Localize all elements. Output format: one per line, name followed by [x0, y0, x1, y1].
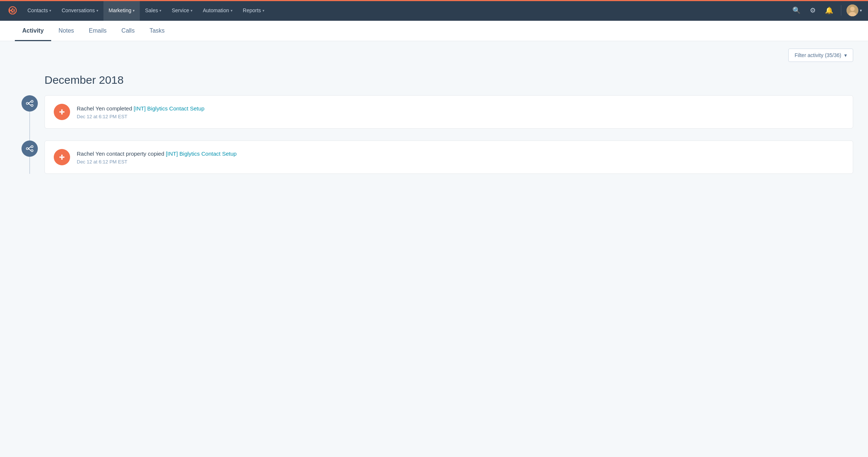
nav-divider [841, 5, 841, 16]
timeline-month: December 2018 [44, 74, 853, 86]
nav-right: 🔍 ⚙ 🔔 ▾ [790, 4, 862, 17]
filter-activity-button[interactable]: Filter activity (35/36) ▾ [788, 49, 853, 62]
svg-line-11 [28, 102, 31, 104]
chevron-down-icon: ▾ [860, 8, 862, 13]
search-icon: 🔍 [792, 6, 801, 14]
svg-point-3 [10, 10, 12, 11]
gear-icon: ⚙ [810, 6, 816, 14]
svg-point-8 [26, 102, 29, 105]
tab-emails[interactable]: Emails [82, 21, 114, 41]
tab-activity[interactable]: Activity [15, 21, 51, 41]
timeline-row: Rachel Yen contact property copied [INT]… [15, 140, 853, 174]
svg-point-33 [61, 156, 63, 158]
filter-bar: Filter activity (35/36) ▾ [15, 41, 853, 68]
svg-point-2 [12, 11, 13, 13]
svg-line-12 [28, 103, 31, 106]
workflow-icon [22, 140, 38, 157]
chevron-down-icon: ▾ [96, 9, 98, 13]
tab-tasks[interactable]: Tasks [142, 21, 172, 41]
chevron-down-icon: ▾ [191, 9, 192, 13]
chevron-down-icon: ▾ [159, 9, 161, 13]
tab-notes[interactable]: Notes [51, 21, 82, 41]
tab-bar: Activity Notes Emails Calls Tasks [0, 21, 868, 41]
card-text-prefix: Rachel Yen contact property copied [77, 150, 166, 157]
chevron-down-icon: ▾ [49, 9, 51, 13]
search-button[interactable]: 🔍 [790, 4, 803, 17]
nav-marketing[interactable]: Marketing ▾ [103, 0, 140, 21]
tab-calls[interactable]: Calls [114, 21, 142, 41]
svg-line-26 [28, 147, 31, 149]
hubspot-card-logo [54, 149, 70, 165]
notifications-button[interactable]: 🔔 [822, 4, 836, 17]
chevron-down-icon: ▾ [133, 9, 135, 13]
nav-automation[interactable]: Automation ▾ [198, 0, 238, 21]
nav-conversations[interactable]: Conversations ▾ [56, 0, 103, 21]
card-meta: Dec 12 at 6:12 PM EST [77, 114, 844, 119]
top-navigation: Contacts ▾ Conversations ▾ Marketing ▾ S… [0, 0, 868, 21]
nav-sales[interactable]: Sales ▾ [140, 0, 166, 21]
card-meta: Dec 12 at 6:12 PM EST [77, 159, 844, 165]
nav-items: Contacts ▾ Conversations ▾ Marketing ▾ S… [22, 0, 790, 21]
main-content: Filter activity (35/36) ▾ December 2018 [0, 41, 868, 456]
timeline-icon-column [15, 95, 44, 112]
card-text-prefix: Rachel Yen completed [77, 105, 133, 112]
activity-card: Rachel Yen completed [INT] Biglytics Con… [44, 95, 853, 129]
filter-label: Filter activity (35/36) [795, 52, 841, 58]
svg-point-25 [31, 150, 33, 152]
activity-card: Rachel Yen contact property copied [INT]… [44, 140, 853, 174]
timeline-wrapper: Rachel Yen completed [INT] Biglytics Con… [15, 95, 853, 174]
svg-point-23 [26, 148, 29, 150]
workflow-link[interactable]: [INT] Biglytics Contact Setup [133, 105, 204, 112]
svg-point-1 [12, 8, 13, 10]
card-text: Rachel Yen contact property copied [INT]… [77, 150, 844, 165]
nav-service[interactable]: Service ▾ [166, 0, 198, 21]
bell-icon: 🔔 [825, 6, 833, 14]
svg-point-9 [31, 100, 33, 103]
chevron-down-icon: ▾ [844, 52, 847, 58]
hubspot-logo[interactable] [6, 4, 19, 17]
chevron-down-icon: ▾ [263, 9, 264, 13]
timeline-section: December 2018 [15, 74, 853, 174]
chevron-down-icon: ▾ [231, 9, 232, 13]
svg-point-10 [31, 105, 33, 107]
timeline-icon-column [15, 140, 44, 157]
svg-point-4 [13, 10, 15, 11]
workflow-icon [22, 95, 38, 112]
svg-point-24 [31, 146, 33, 148]
user-menu[interactable]: ▾ [846, 4, 862, 16]
card-text: Rachel Yen completed [INT] Biglytics Con… [77, 105, 844, 119]
svg-point-6 [850, 7, 855, 11]
settings-button[interactable]: ⚙ [806, 4, 819, 17]
svg-line-27 [28, 149, 31, 151]
card-title: Rachel Yen completed [INT] Biglytics Con… [77, 105, 844, 112]
workflow-link[interactable]: [INT] Biglytics Contact Setup [166, 150, 237, 157]
card-title: Rachel Yen contact property copied [INT]… [77, 150, 844, 158]
hubspot-card-logo [54, 104, 70, 120]
nav-reports[interactable]: Reports ▾ [238, 0, 270, 21]
timeline-row: Rachel Yen completed [INT] Biglytics Con… [15, 95, 853, 129]
nav-contacts[interactable]: Contacts ▾ [22, 0, 56, 21]
avatar [846, 4, 858, 16]
svg-point-18 [61, 111, 63, 113]
